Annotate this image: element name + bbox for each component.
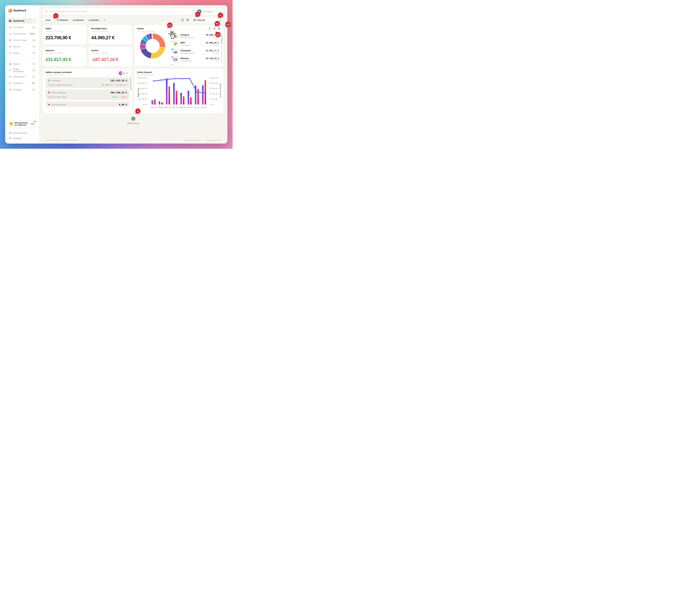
category-percent: 24.91% [205,44,219,46]
filter-icon [208,27,211,30]
card-title: Visión General [137,71,221,74]
expenses-legend: 🛍️Compras506 transacciones-38.305,76 €27… [172,32,221,65]
sidebar-item-contactos[interactable]: Contactos3 [7,87,37,92]
account-row[interactable]: Banco Santander0,00 € [46,102,129,107]
sidebar-item-count: 5 [32,26,35,29]
tab-2o-trimestre[interactable]: 2o trimestre [71,18,86,23]
sidebar-item-transacciones[interactable]: Transacciones5973 [7,31,37,36]
legend-item[interactable]: 💵Nóminas4 transacciones-10.330,29 €7.35% [172,56,219,63]
annotation-badge-3: 3 [195,11,200,17]
sidebar-link-feedback[interactable]: Feedback [7,136,37,141]
account-row-top: Caixabank163.262,58 € [48,79,127,82]
tab-1r-trimestre[interactable]: 1r Trimestre [55,18,70,23]
search-bar [43,8,194,15]
kebab-menu-icon[interactable] [52,19,52,21]
account-row[interactable]: Caixabank163.262,58 €Cuenta Corriente em… [46,77,129,88]
legend-scrollbar[interactable] [221,35,222,44]
card-period: 1 ene 2024 - 31 dic 2024 [91,52,129,54]
category-name: Transporte [180,50,194,52]
tab-label: Anual [45,19,51,21]
category-text: Transporte339 transacciones [180,50,194,54]
gear-icon [213,27,216,30]
account-row-top: Banco Santander304.190,55 € [48,91,127,94]
add-block-button[interactable]: ＋ [131,116,135,121]
logo-text: Banktrack [13,9,26,12]
resultado-neto-value: 44.390,27 € [91,35,129,40]
legend-item[interactable]: 🚙Transporte339 transacciones-25.461,77 €… [172,48,219,55]
legend-item[interactable]: 💸IRPF1 transacción-35.000,00 €24.91% [172,40,219,48]
sidebar-item-label: Informes [13,46,21,48]
sidebar-item-previsiones[interactable]: Previsiones5 [7,25,37,30]
sidebar-item-label: Contactos [13,88,22,91]
sidebar-item-label: Alertas [13,52,19,54]
search-icon [45,10,48,13]
card-period: 1 ene 2024 - 31 dic 2024 [137,74,221,76]
sidebar-item-label: Cobros y Pagos [13,39,27,41]
tab-label: 1r Trimestre [57,19,68,21]
sidebar-item-reglas-automaticas[interactable]: Reglas Automáticas3 [7,67,37,73]
expenses-donut-chart[interactable] [139,33,166,59]
sidebar-item-cobros-y-pagos[interactable]: Cobros y Pagos4 [7,37,37,43]
sidebar-link-label: Feedback [13,137,22,140]
terms-link[interactable]: Condiciones de Uso [205,139,221,141]
sidebar-item-categorias[interactable]: Categorías28 [7,80,37,86]
widget-filter-button[interactable] [208,27,211,30]
svg-text:Saldo final: Saldo final [137,89,139,97]
ingresos-card[interactable]: Ingresos 1 ene 2024 - 31 dic 2024 231.81… [43,47,86,66]
widget-settings-button[interactable] [213,27,216,30]
svg-text:Ingresos y Gastos: Ingresos y Gastos [220,83,221,98]
sidebar-item-label: Transacciones [13,33,26,35]
sidebar-item-bancos[interactable]: Bancos3 [7,61,37,67]
gastos-widget: Gastos 1 ene 2024 - 31 dic 2024 [135,25,224,66]
sidebar-item-count: 3 [32,88,35,91]
add-block-area: ＋ Añadir bloque [43,116,224,124]
saldos-header: Saldos cuentas corrientes 1 ene 2024 - 3… [46,71,129,76]
sidebar-item-dashboards[interactable]: Dashboards4 [7,18,37,24]
sidebar-item-alertas[interactable]: Alertas3 [7,50,37,56]
accounts-scrollbar[interactable] [130,77,131,90]
search-input[interactable] [50,10,192,13]
category-values: -10.330,29 €7.35% [205,57,219,62]
refresh-icon [181,19,184,22]
gastos-value: -187.427,16 € [91,57,129,62]
category-transactions: 1 transacción [180,44,191,46]
tab-anual[interactable]: Anual [43,18,54,23]
footer-links: Política de Privacidad / Condiciones de … [184,139,221,141]
card-period: 1 ene 2024 - 31 dic 2024 [46,52,84,54]
svg-text:May '24: May '24 [179,107,185,108]
legend-item[interactable]: 🛍️Compras506 transacciones-38.305,76 €27… [172,32,219,40]
privacy-policy-link[interactable]: Política de Privacidad [184,139,201,141]
category-percent: 18.12% [205,52,219,54]
uncategorized-suggestions-button[interactable]: 🤔 820 Sugerencias sin categorizar 820 [7,120,37,128]
vision-general-card: Visión General 1 ene 2024 - 31 dic 2024 … [135,69,224,113]
account-row[interactable]: Banco Santander304.190,55 €CUENTA CHECKI… [46,89,129,100]
gastos-card[interactable]: Gastos 1 ene 2024 - 31 dic 2024 -187.427… [89,47,132,66]
company-name: Mi empresa [203,10,213,12]
sparkles-icon [9,69,11,72]
dashboard-tabs: Anual1r Trimestre2o trimestre3r trimestr… [43,17,108,23]
sidebar-link-documentacion[interactable]: Documentación [7,131,37,136]
sidebar-item-count: 4 [32,20,35,22]
search-icon [9,32,11,35]
sidebar-item-label: Categorías [13,82,23,84]
legend-item[interactable] [172,64,219,65]
tab-label: 3r trimestre [89,19,99,21]
filter-button[interactable] [186,19,189,22]
sidebar-item-integraciones[interactable]: Integraciones1 [7,74,37,80]
tab-3r-trimestre[interactable]: 3r trimestre [87,18,101,23]
svg-text:500.000,00 €: 500.000,00 € [138,77,148,79]
accounts-list: Caixabank163.262,58 €Cuenta Corriente em… [46,77,129,107]
add-dashboard-tab-button[interactable]: ＋ [102,17,108,23]
category-amount: -10.330,29 € [205,57,219,59]
category-percent: 7.35% [205,60,219,62]
sidebar-item-informes[interactable]: Informes1 [7,44,37,50]
refresh-button[interactable] [181,19,184,22]
dashboard-grid: Saldo 1 ene 2024 - 31 dic 2024 223.706,9… [43,25,224,113]
date-range-value: Este año [197,19,205,21]
caixabank-logo-icon [125,71,129,75]
saldo-card[interactable]: Saldo 1 ene 2024 - 31 dic 2024 223.706,9… [43,25,86,45]
resultado-neto-card[interactable]: Resultado Neto 1 ene 2024 - 31 dic 2024 … [89,25,132,45]
sidebar-item-count: 3 [32,69,35,72]
widget-delete-button[interactable] [218,27,221,30]
dashboard-tabs-row: Anual1r Trimestre2o trimestre3r trimestr… [43,17,224,23]
